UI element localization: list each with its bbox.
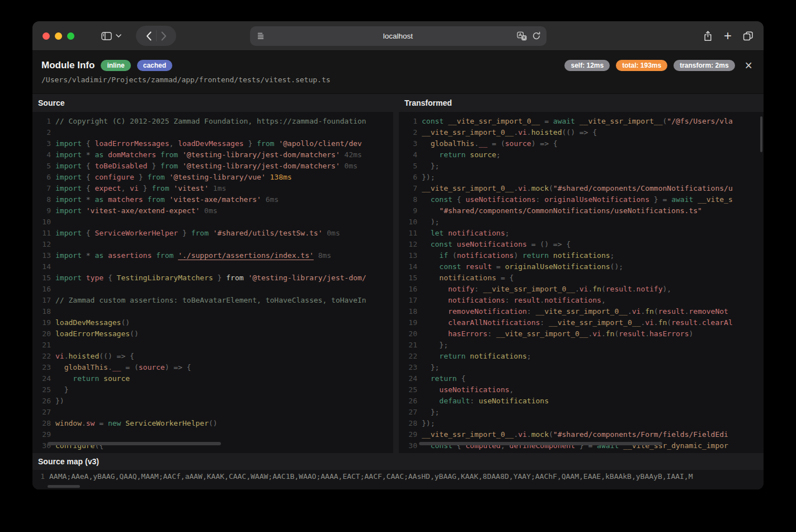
line-number: 4 xyxy=(32,149,55,161)
code-line: 5import { toBeDisabled } from '@testing-… xyxy=(32,161,393,172)
code-token: const xyxy=(431,240,453,248)
line-number: 1 xyxy=(32,116,55,127)
code-token: 'vitest-axe/matchers' xyxy=(165,195,261,204)
share-button[interactable] xyxy=(703,31,713,41)
code-line: 25 useNotifications, xyxy=(399,384,764,396)
line-number: 19 xyxy=(32,317,55,328)
tab-overview-button[interactable] xyxy=(743,31,753,41)
source-code-area[interactable]: 1// Copyright (C) 2012-2025 Zammad Found… xyxy=(32,112,393,453)
code-token xyxy=(422,139,431,148)
code-token: "#shared/components/CommonNotifications/… xyxy=(422,206,702,215)
code-token xyxy=(103,195,108,204)
address-bar[interactable]: localhost xyxy=(250,26,547,46)
code-token: notify xyxy=(448,285,474,293)
code-line: 15import type { TestingLibraryMatchers }… xyxy=(32,272,393,284)
code-token: ( xyxy=(667,318,671,327)
line-number: 2 xyxy=(399,127,422,138)
code-token xyxy=(55,363,64,371)
code-text: }) xyxy=(55,396,64,407)
code-token: assertions xyxy=(108,251,152,260)
code-token: vi xyxy=(518,430,527,439)
zoom-window-button[interactable] xyxy=(67,32,74,40)
code-text: return { xyxy=(422,373,465,384)
sidebar-toggle-button[interactable] xyxy=(94,26,129,46)
code-token: __vite_ssr_import_0__ xyxy=(549,318,640,327)
code-token: __vite_ssr_import_0__ xyxy=(444,117,540,125)
code-token: . xyxy=(698,318,702,327)
code-line: 21 }; xyxy=(399,340,764,351)
line-number: 14 xyxy=(32,261,55,272)
code-token: vi xyxy=(518,128,527,136)
code-token: if xyxy=(439,251,448,260)
browser-window: localhost xyxy=(32,21,764,489)
code-token: hasErrors xyxy=(649,329,689,338)
code-token: source xyxy=(139,363,165,371)
code-token: result xyxy=(671,318,698,327)
back-button[interactable] xyxy=(146,31,152,41)
code-text: notifications: result.notifications, xyxy=(422,295,606,306)
code-line: 1// Copyright (C) 2012-2025 Zammad Found… xyxy=(32,116,393,127)
close-window-button[interactable] xyxy=(43,32,50,40)
code-link[interactable]: './support/assertions/index.ts' xyxy=(178,251,314,260)
code-token: '@apollo/client/dev xyxy=(274,139,362,148)
code-token: }); xyxy=(422,173,435,181)
close-button[interactable]: × xyxy=(745,60,752,70)
code-line: 16 xyxy=(32,284,393,295)
code-token: return xyxy=(439,352,465,360)
code-token: vi xyxy=(55,352,64,360)
code-token: import xyxy=(55,229,82,237)
code-text: const result = originalUseNotifications(… xyxy=(422,261,623,272)
code-token: from xyxy=(257,139,274,148)
sourcemap-body[interactable]: 1 AAMA;AAeA,yBAAG,QAAQ,MAAM;AACf,aAAW,KA… xyxy=(32,470,764,489)
code-line: 27 xyxy=(32,407,393,418)
code-line: 3 globalThis.__ = (source) => { xyxy=(399,138,764,149)
minimize-window-button[interactable] xyxy=(55,32,62,40)
code-token: vi xyxy=(645,318,654,327)
new-tab-button[interactable]: + xyxy=(724,30,732,41)
chevron-down-icon xyxy=(116,34,121,37)
code-line: 10 ); xyxy=(399,216,764,228)
line-number: 8 xyxy=(399,194,422,205)
url-text[interactable]: localhost xyxy=(250,26,547,46)
code-text: const __vite_ssr_import_0__ = await __vi… xyxy=(422,116,733,127)
code-token: await xyxy=(553,117,575,125)
code-token: __vite_ssr_import_0__ xyxy=(496,329,588,338)
sourcemap-line: 1 AAMA;AAeA,yBAAG,QAAQ,MAAM;AACf,aAAW,KA… xyxy=(32,470,764,483)
code-token: let xyxy=(431,229,444,237)
code-token: expect xyxy=(95,184,121,192)
code-text: }; xyxy=(422,340,448,351)
code-token: } xyxy=(178,229,191,237)
transformed-vertical-scrollbar[interactable] xyxy=(760,116,762,152)
code-token xyxy=(156,150,161,159)
line-number: 1 xyxy=(399,116,422,127)
forward-button[interactable] xyxy=(161,31,167,41)
code-token: (() => { xyxy=(99,352,134,360)
code-token: : xyxy=(540,318,549,327)
code-token xyxy=(422,285,448,293)
code-token: __vite_ssr_import_0__ xyxy=(536,307,628,316)
code-text: const useNotifications = () => { xyxy=(422,239,571,250)
code-token: notifications xyxy=(444,229,505,237)
line-number: 7 xyxy=(399,183,422,194)
code-line: 29 xyxy=(32,429,393,440)
reload-button[interactable] xyxy=(532,31,541,41)
source-horizontal-scrollbar[interactable] xyxy=(48,442,221,445)
line-number: 16 xyxy=(399,284,422,295)
page-title: Module Info xyxy=(41,60,95,71)
code-token: , xyxy=(510,385,514,394)
line-number: 25 xyxy=(399,384,422,396)
code-line: 1const __vite_ssr_import_0__ = await __v… xyxy=(399,116,764,127)
code-token: (); xyxy=(610,262,623,271)
sourcemap-horizontal-scrollbar[interactable] xyxy=(48,485,80,488)
source-panel-title: Source xyxy=(32,94,393,112)
transformed-code-area[interactable]: 1const __vite_ssr_import_0__ = await __v… xyxy=(399,112,764,453)
code-token: = () => { xyxy=(527,240,571,248)
transformed-horizontal-scrollbar[interactable] xyxy=(419,442,662,445)
code-token: { xyxy=(82,173,95,181)
code-text: import { loadErrorMessages, loadDevMessa… xyxy=(55,138,362,149)
translate-icon[interactable] xyxy=(517,31,527,41)
code-token: import xyxy=(55,162,82,170)
code-token: ) xyxy=(514,251,522,260)
code-line: 23 }; xyxy=(399,362,764,373)
code-text: __vite_ssr_import_0__.vi.mock("#shared/c… xyxy=(422,429,728,440)
